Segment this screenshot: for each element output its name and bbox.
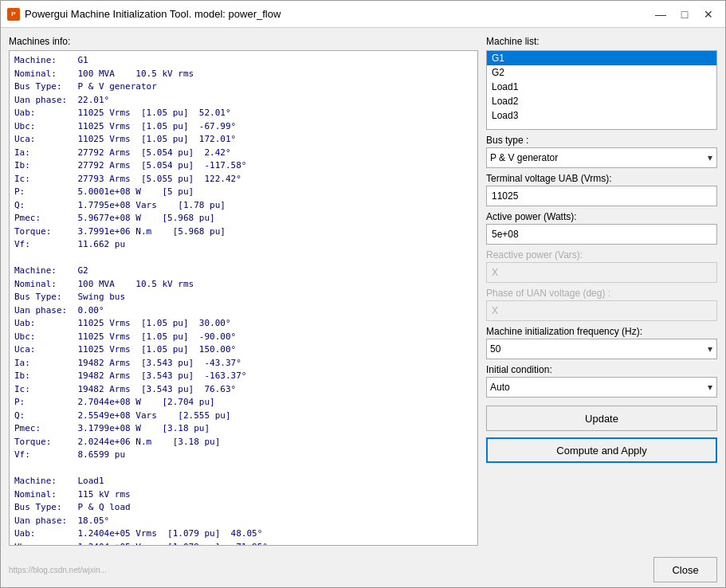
- main-content: Machines info: Machine: G1 Nominal: 100 …: [1, 28, 725, 554]
- window-controls: — □ ✕: [650, 6, 719, 23]
- frequency-select-wrapper: 50 60: [486, 339, 717, 359]
- maximize-button[interactable]: □: [674, 6, 695, 23]
- initial-condition-label: Initial condition:: [486, 364, 717, 375]
- frequency-group: Machine initialization frequency (Hz): 5…: [486, 326, 717, 359]
- active-power-input[interactable]: [486, 224, 717, 245]
- initial-condition-group: Initial condition: Auto Manual: [486, 364, 717, 398]
- frequency-label: Machine initialization frequency (Hz):: [486, 326, 717, 337]
- update-button[interactable]: Update: [486, 406, 717, 431]
- phase-group: Phase of UAN voltage (deg) :: [486, 288, 717, 321]
- machines-info-text: Machine: G1 Nominal: 100 MVA 10.5 kV rms…: [14, 54, 473, 546]
- main-window: P Powergui Machine Initialization Tool. …: [0, 0, 726, 588]
- reactive-power-label: Reactive power (Vars):: [486, 249, 717, 261]
- phase-input: [486, 300, 717, 321]
- machine-list-item-load3[interactable]: Load3: [487, 108, 716, 123]
- phase-label: Phase of UAN voltage (deg) :: [486, 288, 717, 299]
- machine-list-item-load2[interactable]: Load2: [487, 94, 716, 108]
- machine-list-item-g2[interactable]: G2: [487, 65, 716, 80]
- close-window-button[interactable]: ✕: [698, 6, 719, 23]
- machine-list-item-g1[interactable]: G1: [487, 51, 716, 65]
- reactive-power-input: [486, 262, 717, 283]
- initial-condition-select-wrapper: Auto Manual: [486, 377, 717, 398]
- machine-list-item-load1[interactable]: Load1: [487, 80, 716, 94]
- reactive-power-group: Reactive power (Vars):: [486, 249, 717, 283]
- terminal-voltage-label: Terminal voltage UAB (Vrms):: [486, 173, 717, 184]
- button-group: Update Compute and Apply: [486, 406, 717, 463]
- terminal-voltage-input[interactable]: [486, 186, 717, 206]
- minimize-button[interactable]: —: [650, 6, 671, 23]
- machine-list-label: Machine list:: [486, 36, 717, 47]
- active-power-group: Active power (Watts):: [486, 211, 717, 245]
- right-panel: Machine list: G1 G2 Load1 Load2 Load3 Bu…: [486, 36, 717, 546]
- bus-type-group: Bus type : P & V generator Swing bus P &…: [486, 135, 717, 168]
- watermark-text: https://blog.csdn.net/wjxin...: [9, 566, 107, 574]
- initial-condition-select[interactable]: Auto Manual: [486, 377, 717, 398]
- window-title: Powergui Machine Initialization Tool. mo…: [25, 8, 650, 20]
- machines-text-area[interactable]: Machine: G1 Nominal: 100 MVA 10.5 kV rms…: [9, 50, 478, 546]
- active-power-label: Active power (Watts):: [486, 211, 717, 222]
- title-bar: P Powergui Machine Initialization Tool. …: [1, 1, 725, 28]
- close-button[interactable]: Close: [653, 557, 717, 582]
- bus-type-label: Bus type :: [486, 135, 717, 146]
- left-panel: Machines info: Machine: G1 Nominal: 100 …: [9, 36, 478, 546]
- terminal-voltage-group: Terminal voltage UAB (Vrms):: [486, 173, 717, 206]
- bottom-bar: https://blog.csdn.net/wjxin... Close: [1, 554, 725, 587]
- machine-list-box[interactable]: G1 G2 Load1 Load2 Load3: [486, 50, 717, 130]
- machine-list-group: Machine list: G1 G2 Load1 Load2 Load3: [486, 36, 717, 130]
- app-icon: P: [7, 8, 20, 21]
- frequency-select[interactable]: 50 60: [486, 339, 717, 359]
- bus-type-select-wrapper: P & V generator Swing bus P & Q load: [486, 147, 717, 168]
- machines-info-label: Machines info:: [9, 36, 478, 47]
- bus-type-select[interactable]: P & V generator Swing bus P & Q load: [486, 147, 717, 168]
- compute-apply-button[interactable]: Compute and Apply: [486, 437, 717, 463]
